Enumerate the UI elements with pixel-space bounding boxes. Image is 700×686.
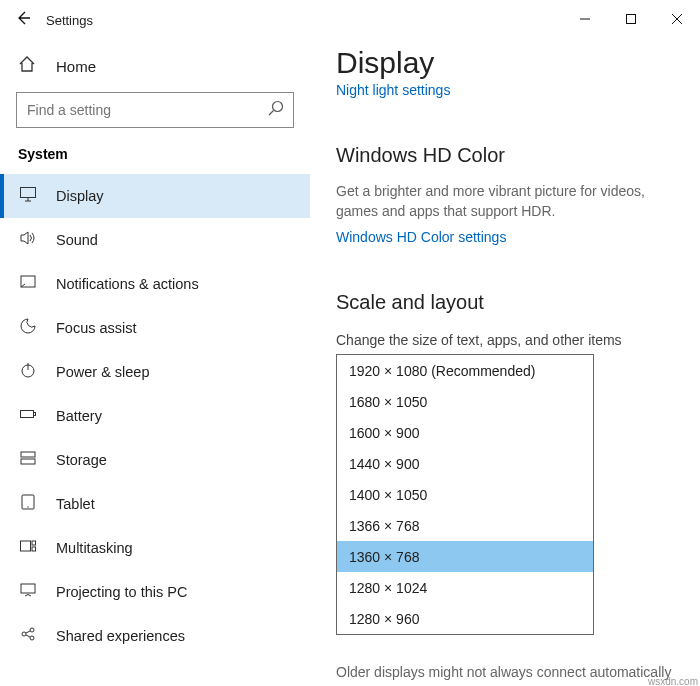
nav-item-shared-experiences[interactable]: Shared experiences: [0, 614, 310, 658]
resolution-option[interactable]: 1400 × 1050: [337, 479, 593, 510]
title-bar: Settings: [0, 0, 700, 40]
svg-rect-13: [34, 413, 36, 416]
resolution-option[interactable]: 1280 × 1024: [337, 572, 593, 603]
nav-item-label: Notifications & actions: [56, 276, 199, 292]
back-arrow-icon: [14, 9, 32, 27]
window-title: Settings: [46, 13, 93, 28]
svg-line-26: [26, 635, 30, 637]
nav-item-label: Sound: [56, 232, 98, 248]
display-icon: [18, 185, 38, 207]
watermark: wsxdn.com: [648, 676, 698, 686]
nav-item-display[interactable]: Display: [0, 174, 310, 218]
nav-item-projecting-to-this-pc[interactable]: Projecting to this PC: [0, 570, 310, 614]
svg-point-17: [27, 506, 28, 507]
back-button[interactable]: [0, 9, 46, 31]
sound-icon: [18, 229, 38, 251]
resolution-option[interactable]: 1366 × 768: [337, 510, 593, 541]
minimize-button[interactable]: [562, 0, 608, 38]
resolution-option[interactable]: 1680 × 1050: [337, 386, 593, 417]
nav-item-label: Display: [56, 188, 104, 204]
svg-rect-14: [21, 452, 35, 457]
svg-rect-19: [32, 541, 36, 545]
storage-icon: [18, 449, 38, 471]
power-icon: [18, 361, 38, 383]
svg-rect-18: [21, 541, 31, 551]
home-button[interactable]: Home: [0, 46, 310, 86]
footnote-text: Older displays might not always connect …: [336, 664, 671, 680]
page-heading: Display: [336, 46, 672, 80]
svg-line-25: [26, 631, 30, 633]
home-icon: [18, 55, 38, 77]
svg-rect-6: [21, 188, 36, 198]
svg-rect-15: [21, 459, 35, 464]
nav-item-notifications-actions[interactable]: Notifications & actions: [0, 262, 310, 306]
resolution-option[interactable]: 1600 × 900: [337, 417, 593, 448]
content-panel: Display Night light settings Windows HD …: [310, 40, 700, 686]
svg-rect-1: [627, 15, 636, 24]
battery-icon: [18, 405, 38, 427]
scale-heading: Scale and layout: [336, 291, 672, 314]
close-button[interactable]: [654, 0, 700, 38]
nav-item-label: Multitasking: [56, 540, 133, 556]
svg-point-23: [30, 628, 34, 632]
scale-label: Change the size of text, apps, and other…: [336, 332, 672, 348]
nav-item-label: Focus assist: [56, 320, 137, 336]
svg-rect-12: [21, 411, 34, 418]
nav-item-power-sleep[interactable]: Power & sleep: [0, 350, 310, 394]
home-label: Home: [56, 58, 96, 75]
hd-color-link[interactable]: Windows HD Color settings: [336, 229, 672, 245]
category-heading: System: [0, 146, 310, 174]
svg-rect-21: [21, 584, 35, 593]
hd-color-heading: Windows HD Color: [336, 144, 672, 167]
nav-item-label: Tablet: [56, 496, 95, 512]
nav-item-focus-assist[interactable]: Focus assist: [0, 306, 310, 350]
hd-color-description: Get a brighter and more vibrant picture …: [336, 181, 672, 221]
nav-item-multitasking[interactable]: Multitasking: [0, 526, 310, 570]
shared-icon: [18, 625, 38, 647]
resolution-dropdown[interactable]: 1920 × 1080 (Recommended)1680 × 10501600…: [336, 354, 594, 635]
nav-item-label: Power & sleep: [56, 364, 150, 380]
nav-item-tablet[interactable]: Tablet: [0, 482, 310, 526]
dropdown-list[interactable]: 1920 × 1080 (Recommended)1680 × 10501600…: [337, 355, 593, 634]
nav-item-label: Battery: [56, 408, 102, 424]
svg-rect-20: [32, 547, 36, 551]
search-input[interactable]: [16, 92, 294, 128]
resolution-option[interactable]: 1280 × 960: [337, 603, 593, 634]
svg-point-24: [30, 636, 34, 640]
projecting-icon: [18, 581, 38, 603]
tablet-icon: [18, 493, 38, 515]
maximize-button[interactable]: [608, 0, 654, 38]
resolution-option[interactable]: 1920 × 1080 (Recommended): [337, 355, 593, 386]
nav-item-sound[interactable]: Sound: [0, 218, 310, 262]
nav-item-battery[interactable]: Battery: [0, 394, 310, 438]
nav-item-label: Storage: [56, 452, 107, 468]
svg-point-22: [22, 632, 26, 636]
night-light-link[interactable]: Night light settings: [336, 82, 672, 98]
resolution-option[interactable]: 1440 × 900: [337, 448, 593, 479]
nav-item-storage[interactable]: Storage: [0, 438, 310, 482]
nav-item-label: Shared experiences: [56, 628, 185, 644]
notifications-icon: [18, 273, 38, 295]
focus-icon: [18, 317, 38, 339]
sidebar: Home System DisplaySoundNotifications & …: [0, 40, 310, 686]
multitasking-icon: [18, 537, 38, 559]
nav-item-label: Projecting to this PC: [56, 584, 187, 600]
resolution-option[interactable]: 1360 × 768: [337, 541, 593, 572]
window-controls: [562, 0, 700, 38]
